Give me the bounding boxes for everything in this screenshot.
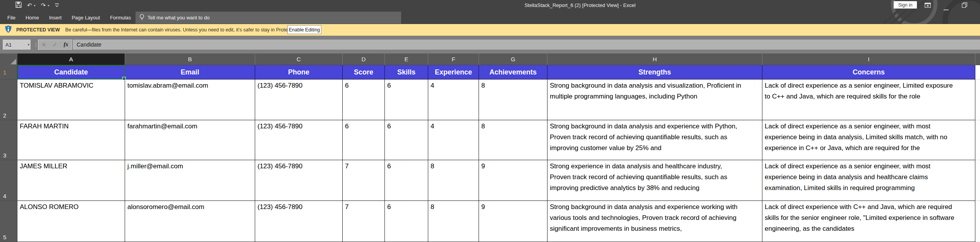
cell-experience[interactable]: 4 [428, 80, 479, 120]
cell-experience[interactable]: 4 [428, 120, 479, 160]
cell-score[interactable]: 6 [343, 80, 385, 120]
undo-icon[interactable]: ↶ [27, 2, 32, 9]
grid-filler [975, 120, 980, 160]
header-cell-score[interactable]: Score [343, 65, 385, 80]
lightbulb-icon [139, 14, 144, 22]
column-header-i[interactable]: I [762, 54, 975, 65]
cell-candidate[interactable]: JAMES MILLER [17, 160, 125, 201]
tab-home[interactable]: Home [21, 12, 44, 23]
redo-dropdown-icon[interactable]: ▾ [48, 4, 49, 7]
cell-achievements[interactable]: 9 [479, 160, 547, 201]
column-header-a[interactable]: A [17, 54, 125, 65]
row-header-1[interactable]: 1 [0, 65, 17, 80]
tab-insert[interactable]: Insert [44, 12, 67, 23]
cell-email[interactable]: tomislav.abram@email.com [125, 80, 255, 120]
cancel-icon[interactable]: ✕ [42, 42, 46, 48]
grid-filler [975, 201, 980, 242]
header-cell-email[interactable]: Email [125, 65, 255, 80]
cell-strengths[interactable]: Strong background in data analysis and e… [547, 120, 762, 160]
cell-strengths[interactable]: Strong background in data analysis and e… [547, 201, 762, 242]
enter-icon[interactable]: ✓ [53, 42, 57, 48]
row-header-2[interactable]: 2 [0, 80, 17, 120]
column-header-f[interactable]: F [428, 54, 479, 65]
cell-phone[interactable]: (123) 456-7890 [255, 160, 343, 201]
formula-bar-buttons: ✕ ✓ fx [38, 40, 72, 50]
cell-score[interactable]: 7 [343, 160, 385, 201]
cell-phone[interactable]: (123) 456-7890 [255, 120, 343, 160]
column-header-c[interactable]: C [255, 54, 343, 65]
header-cell-concerns[interactable]: Concerns [762, 65, 975, 80]
row-header-3[interactable]: 3 [0, 120, 17, 160]
cell-skills[interactable]: 6 [385, 160, 428, 201]
cell-skills[interactable]: 6 [385, 120, 428, 160]
protected-view-message: Be careful—files from the Internet can c… [65, 27, 310, 33]
name-box[interactable]: A1 ▾ [3, 40, 31, 50]
cell-skills[interactable]: 6 [385, 80, 428, 120]
cell-candidate[interactable]: FARAH MARTIN [17, 120, 125, 160]
tab-file[interactable]: File [2, 12, 21, 23]
cell-score[interactable]: 6 [343, 120, 385, 160]
redo-icon[interactable]: ↷ [41, 2, 46, 9]
titlebar-decoration [786, 0, 980, 24]
name-box-dropdown-icon[interactable]: ▾ [27, 43, 29, 47]
protected-view-label: PROTECTED VIEW [16, 27, 60, 33]
cell-experience[interactable]: 8 [428, 201, 479, 242]
grid-filler [975, 160, 980, 201]
header-cell-achievements[interactable]: Achievements [479, 65, 547, 80]
sign-in-button[interactable]: Sign in [894, 1, 917, 9]
enable-editing-button[interactable]: Enable Editing [287, 25, 321, 34]
cell-strengths[interactable]: Strong background in data analysis and v… [547, 80, 762, 120]
cell-score[interactable]: 7 [343, 201, 385, 242]
cell-candidate[interactable]: ALONSO ROMERO [17, 201, 125, 242]
cell-concerns[interactable]: Lack of direct experience with C++ and J… [762, 201, 975, 242]
cell-strengths[interactable]: Strong experience in data analysis and h… [547, 160, 762, 201]
grid-filler [975, 65, 980, 80]
header-cell-experience[interactable]: Experience [428, 65, 479, 80]
cell-email[interactable]: farahmartin@email.com [125, 120, 255, 160]
minimize-icon[interactable] [944, 5, 949, 12]
undo-dropdown-icon[interactable]: ▾ [34, 4, 36, 7]
column-header-g[interactable]: G [479, 54, 547, 65]
name-box-value: A1 [5, 42, 12, 48]
select-all-corner[interactable] [0, 54, 17, 65]
row-header-5[interactable]: 5 [0, 201, 17, 242]
cell-achievements[interactable]: 8 [479, 120, 547, 160]
header-cell-skills[interactable]: Skills [385, 65, 428, 80]
formula-input[interactable]: Candidate [73, 40, 980, 50]
cell-skills[interactable]: 6 [385, 201, 428, 242]
cell-achievements[interactable]: 9 [479, 201, 547, 242]
tab-formulas[interactable]: Formulas [105, 12, 136, 23]
cell-achievements[interactable]: 8 [479, 80, 547, 120]
header-cell-strengths[interactable]: Strengths [547, 65, 762, 80]
cell-email[interactable]: alonsoromero@email.com [125, 201, 255, 242]
tell-me-search-box[interactable]: Tell me what you want to do [136, 12, 401, 24]
quick-access-toolbar: ↶▾ ↷▾ [15, 2, 59, 9]
window-title: StellaStack_Report_6 (2) [Protected View… [525, 2, 636, 8]
restore-icon[interactable] [962, 2, 967, 9]
column-header-b[interactable]: B [125, 54, 255, 65]
cell-concerns[interactable]: Lack of direct experience as a senior en… [762, 120, 975, 160]
header-cell-candidate[interactable]: Candidate [17, 65, 125, 80]
insert-function-icon[interactable]: fx [64, 41, 69, 48]
shield-icon [5, 25, 12, 35]
row-header-4[interactable]: 4 [0, 160, 17, 201]
tell-me-label: Tell me what you want to do [148, 15, 209, 21]
cell-concerns[interactable]: Lack of direct experience as a senior en… [762, 160, 975, 201]
worksheet-grid: A B C D E F G H I 1 Candidate Email Phon… [0, 54, 980, 242]
column-header-d[interactable]: D [343, 54, 385, 65]
cell-phone[interactable]: (123) 456-7890 [255, 80, 343, 120]
save-icon[interactable] [15, 2, 22, 9]
cell-candidate[interactable]: TOMISLAV ABRAMOVIC [17, 80, 125, 120]
column-header-e[interactable]: E [385, 54, 428, 65]
grid-filler [975, 80, 980, 120]
column-header-h[interactable]: H [547, 54, 762, 65]
cell-phone[interactable]: (123) 456-7890 [255, 201, 343, 242]
cell-experience[interactable]: 8 [428, 160, 479, 201]
customize-quick-access-icon[interactable] [55, 2, 59, 9]
tab-page-layout[interactable]: Page Layout [67, 12, 105, 23]
ribbon-display-options-icon[interactable] [925, 2, 931, 9]
cell-concerns[interactable]: Lack of direct experience as a senior en… [762, 80, 975, 120]
protected-view-banner: PROTECTED VIEW Be careful—files from the… [0, 24, 980, 36]
cell-email[interactable]: j.miller@email.com [125, 160, 255, 201]
header-cell-phone[interactable]: Phone [255, 65, 343, 80]
